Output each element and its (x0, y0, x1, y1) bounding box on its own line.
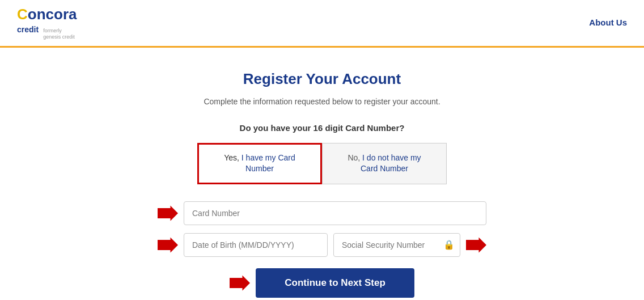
page-subtitle: Complete the information requested below… (204, 97, 440, 106)
continue-arrow-icon (230, 273, 250, 293)
form-area: 🔒 (158, 201, 486, 257)
main-content: Register Your Account Complete the infor… (0, 48, 644, 300)
logo: Concora credit formerly genesis credit (17, 6, 77, 40)
dob-ssn-row: 🔒 (158, 233, 486, 257)
svg-marker-0 (158, 205, 178, 221)
card-number-row (158, 201, 486, 225)
svg-marker-1 (158, 237, 178, 252)
dob-ssn-arrow-icon (158, 235, 178, 255)
ssn-wrapper: 🔒 (333, 233, 460, 257)
svg-marker-2 (466, 237, 486, 252)
continue-button[interactable]: Continue to Next Step (256, 268, 414, 298)
main-nav: About Us (589, 18, 627, 28)
ssn-right-arrow-icon (466, 235, 486, 255)
logo-subtitle: formerly genesis credit (43, 28, 75, 40)
no-have-card-button[interactable]: No, I do not have myCard Number (322, 143, 447, 184)
logo-oncora: oncora (28, 6, 77, 23)
logo-credit-text: credit (17, 25, 39, 34)
logo-area: Concora credit formerly genesis credit (17, 6, 77, 40)
card-number-question: Do you have your 16 digit Card Number? (240, 123, 405, 133)
ssn-input[interactable] (333, 233, 460, 257)
svg-marker-3 (230, 275, 250, 290)
card-number-input[interactable] (184, 201, 486, 225)
logo-c-letter: C (17, 6, 28, 23)
page-title: Register Your Account (243, 70, 401, 88)
about-us-link[interactable]: About Us (589, 18, 627, 27)
card-number-arrow-icon (158, 203, 178, 223)
card-number-toggle-row: Yes, I have my CardNumber No, I do not h… (197, 143, 447, 184)
header: Concora credit formerly genesis credit A… (0, 0, 644, 48)
lock-icon: 🔒 (443, 239, 455, 250)
dob-input[interactable] (184, 233, 328, 257)
continue-btn-row: Continue to Next Step (230, 268, 414, 298)
yes-have-card-button[interactable]: Yes, I have my CardNumber (197, 143, 322, 184)
